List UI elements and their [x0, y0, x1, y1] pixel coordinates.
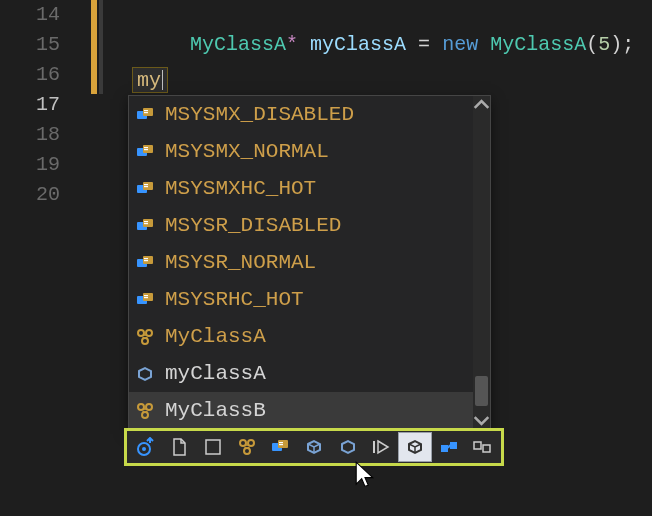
autocomplete-item-label: MSYSRHC_HOT [165, 288, 304, 311]
autocomplete-item-label: MSYSR_NORMAL [165, 251, 316, 274]
autocomplete-item-label: MSYSMX_DISABLED [165, 103, 354, 126]
variable-icon [135, 364, 155, 384]
scroll-up-button[interactable] [473, 96, 490, 113]
filter-variable-button[interactable] [331, 432, 365, 462]
filter-struct-button[interactable] [398, 432, 432, 462]
line-number: 14 [0, 0, 60, 30]
mouse-cursor [354, 460, 376, 488]
class-icon [135, 401, 155, 421]
autocomplete-filter-toolbar[interactable] [124, 428, 504, 466]
svg-rect-2 [144, 110, 148, 111]
paren-close: ) [610, 33, 622, 56]
autocomplete-popup[interactable]: MSYSMX_DISABLEDMSYSMX_NORMALMSYSMXHC_HOT… [128, 95, 491, 430]
filter-enum-button[interactable] [264, 432, 298, 462]
line-number: 17 [0, 90, 60, 120]
autocomplete-item[interactable]: MyClassA [129, 318, 490, 355]
filter-class-button[interactable] [230, 432, 264, 462]
svg-rect-11 [144, 186, 148, 187]
number-literal: 5 [598, 33, 610, 56]
code-line-16 [118, 60, 652, 90]
autocomplete-item[interactable]: MSYSRHC_HOT [129, 281, 490, 318]
svg-rect-39 [279, 444, 283, 445]
autocomplete-item[interactable]: myClassA [129, 355, 490, 392]
typed-text: my [137, 69, 161, 92]
svg-rect-40 [373, 441, 375, 453]
svg-rect-18 [144, 258, 148, 259]
type-token: MyClassA [490, 33, 586, 56]
enum-icon [135, 105, 155, 125]
scroll-thumb[interactable] [475, 376, 488, 406]
line-number: 16 [0, 60, 60, 90]
svg-rect-42 [450, 442, 457, 449]
code-line-14 [118, 0, 652, 30]
enum-icon [135, 253, 155, 273]
svg-rect-14 [144, 221, 148, 222]
svg-rect-10 [144, 184, 148, 185]
svg-rect-15 [144, 223, 148, 224]
svg-rect-7 [144, 149, 148, 150]
caret [162, 70, 163, 90]
svg-point-26 [142, 338, 148, 344]
line-number: 19 [0, 150, 60, 180]
filter-play-button[interactable] [364, 432, 398, 462]
scroll-down-button[interactable] [473, 412, 490, 429]
filter-namespace-button[interactable] [196, 432, 230, 462]
svg-rect-22 [144, 295, 148, 296]
autocomplete-item-label: MyClassA [165, 325, 266, 348]
type-token: MyClassA [190, 33, 286, 56]
line-number: 18 [0, 120, 60, 150]
filter-snippet-button[interactable] [465, 432, 499, 462]
svg-rect-43 [474, 442, 481, 449]
typed-text-highlight: my [132, 67, 168, 93]
enum-icon [135, 216, 155, 236]
line-number: 20 [0, 180, 60, 210]
autocomplete-item-label: MSYSR_DISABLED [165, 214, 341, 237]
svg-point-35 [244, 448, 250, 454]
autocomplete-list[interactable]: MSYSMX_DISABLEDMSYSMX_NORMALMSYSMXHC_HOT… [129, 96, 490, 429]
autocomplete-item-label: MyClassB [165, 399, 266, 422]
enum-icon [135, 179, 155, 199]
semicolon: ; [622, 33, 634, 56]
autocomplete-item-label: MSYSMX_NORMAL [165, 140, 329, 163]
identifier-token: myClassA [310, 33, 406, 56]
svg-rect-44 [483, 445, 490, 452]
paren-open: ( [586, 33, 598, 56]
change-indicator [91, 0, 97, 94]
fold-margin [99, 0, 103, 94]
filter-file-button[interactable] [163, 432, 197, 462]
enum-icon [135, 142, 155, 162]
new-keyword: new [442, 33, 478, 56]
svg-rect-19 [144, 260, 148, 261]
line-number-gutter: 14151617181920 [0, 0, 78, 516]
svg-rect-3 [144, 112, 148, 113]
svg-rect-32 [206, 440, 220, 454]
svg-rect-23 [144, 297, 148, 298]
svg-point-29 [142, 412, 148, 418]
autocomplete-scrollbar[interactable] [473, 96, 490, 429]
svg-point-31 [142, 447, 146, 451]
filter-interface-button[interactable] [432, 432, 466, 462]
autocomplete-item-label: myClassA [165, 362, 266, 385]
class-icon [135, 327, 155, 347]
svg-rect-38 [279, 442, 283, 443]
star-token: * [286, 33, 298, 56]
svg-rect-41 [441, 445, 448, 452]
line-number: 15 [0, 30, 60, 60]
equals-token: = [418, 33, 430, 56]
autocomplete-item[interactable]: MSYSR_NORMAL [129, 244, 490, 281]
svg-rect-6 [144, 147, 148, 148]
code-line-15: MyClassA* myClassA = new MyClassA(5); [118, 30, 652, 60]
filter-field-button[interactable] [297, 432, 331, 462]
autocomplete-item[interactable]: MSYSR_DISABLED [129, 207, 490, 244]
autocomplete-item[interactable]: MyClassB [129, 392, 490, 429]
autocomplete-item[interactable]: MSYSMX_DISABLED [129, 96, 490, 133]
autocomplete-item-label: MSYSMXHC_HOT [165, 177, 316, 200]
enum-icon [135, 290, 155, 310]
autocomplete-item[interactable]: MSYSMX_NORMAL [129, 133, 490, 170]
autocomplete-item[interactable]: MSYSMXHC_HOT [129, 170, 490, 207]
filter-target-up-button[interactable] [129, 432, 163, 462]
